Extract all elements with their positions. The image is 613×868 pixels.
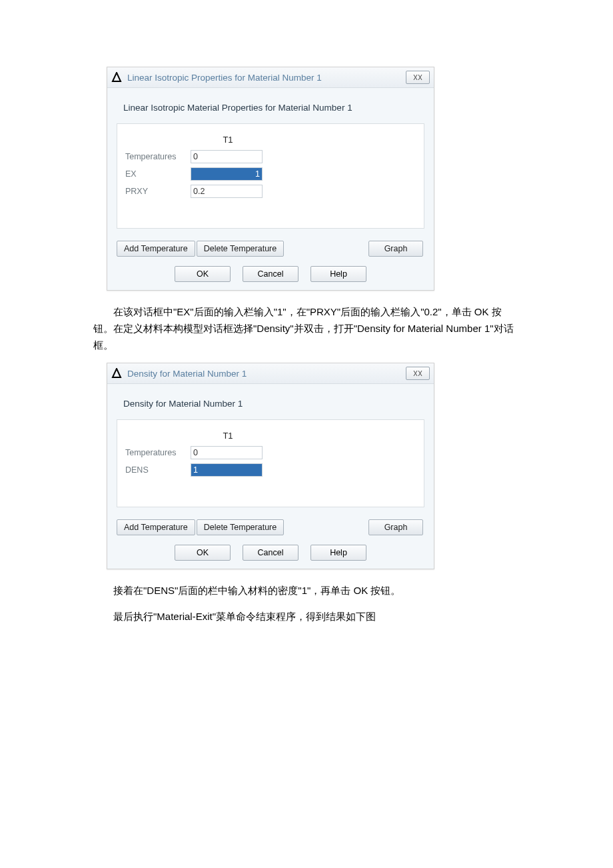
close-icon[interactable] — [406, 71, 430, 84]
dialog2-titlebar: Density for Material Number 1 — [107, 363, 434, 384]
dialog1-main-buttons: OK Cancel Help — [107, 262, 434, 290]
ansys-icon — [111, 368, 122, 379]
prxy-label: PRXY — [124, 187, 191, 196]
dialog2-main-buttons: OK Cancel Help — [107, 541, 434, 569]
temperatures-label: Temperatures — [124, 448, 191, 457]
ansys-icon — [111, 72, 122, 83]
temperatures-input[interactable] — [191, 446, 263, 459]
ok-button[interactable]: OK — [175, 545, 231, 561]
graph-button[interactable]: Graph — [368, 241, 423, 257]
temperatures-label: Temperatures — [124, 152, 191, 161]
add-temperature-button[interactable]: Add Temperature — [117, 519, 195, 535]
delete-temperature-button[interactable]: Delete Temperature — [197, 519, 285, 535]
paragraph-3: 最后执行"Material-Exit"菜单命令结束程序，得到结果如下图 — [93, 609, 520, 625]
dialog1-temp-buttons: Add Temperature Delete Temperature Graph — [107, 235, 434, 262]
delete-temperature-button[interactable]: Delete Temperature — [197, 241, 285, 257]
density-dialog: Density for Material Number 1 Density fo… — [107, 363, 434, 569]
add-temperature-button[interactable]: Add Temperature — [117, 241, 195, 257]
cancel-button[interactable]: Cancel — [243, 545, 299, 561]
graph-button[interactable]: Graph — [368, 519, 423, 535]
dialog2-grid: T1 Temperatures DENS — [117, 419, 424, 507]
help-button[interactable]: Help — [310, 545, 366, 561]
cancel-button[interactable]: Cancel — [243, 266, 299, 282]
dialog1-title: Linear Isotropic Properties for Material… — [127, 73, 406, 83]
paragraph-1: 在该对话框中"EX"后面的输入栏输入"1"，在"PRXY"后面的输入栏输入"0.… — [93, 304, 520, 353]
dialog1-grid: T1 Temperatures EX PRXY — [117, 123, 424, 229]
ex-label: EX — [124, 169, 191, 179]
dialog2-section-title: Density for Material Number 1 — [107, 384, 434, 415]
dialog2-temp-buttons: Add Temperature Delete Temperature Graph — [107, 514, 434, 541]
help-button[interactable]: Help — [310, 266, 366, 282]
col-header-t1: T1 — [191, 431, 265, 441]
dialog2-title: Density for Material Number 1 — [127, 369, 406, 379]
dialog1-section-title: Linear Isotropic Material Properties for… — [107, 88, 434, 119]
ex-input[interactable] — [191, 167, 263, 181]
linear-isotropic-dialog: Linear Isotropic Properties for Material… — [107, 67, 434, 291]
dens-input[interactable] — [191, 463, 263, 477]
temperatures-input[interactable] — [191, 150, 263, 163]
paragraph-2: 接着在"DENS"后面的栏中输入材料的密度"1"，再单击 OK 按钮。 — [93, 583, 520, 599]
ok-button[interactable]: OK — [175, 266, 231, 282]
prxy-input[interactable] — [191, 185, 263, 198]
close-icon[interactable] — [406, 367, 430, 380]
dialog1-titlebar: Linear Isotropic Properties for Material… — [107, 67, 434, 88]
col-header-t1: T1 — [191, 135, 265, 145]
dens-label: DENS — [124, 465, 191, 475]
